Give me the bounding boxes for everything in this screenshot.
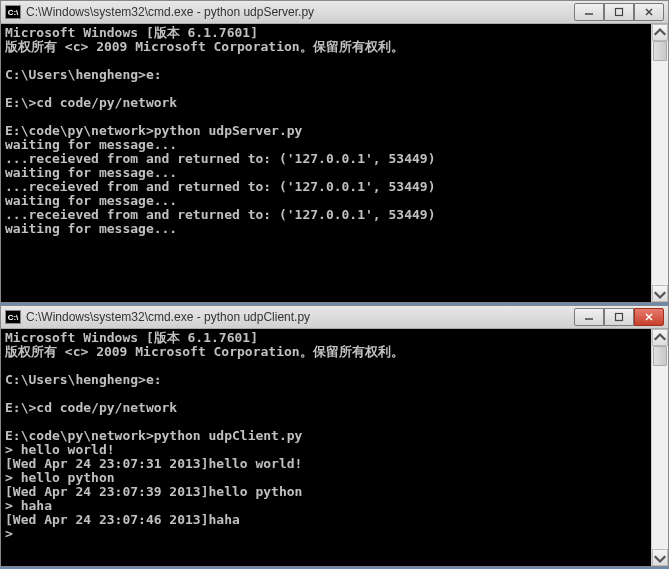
scroll-track[interactable]	[652, 41, 668, 285]
cmd-icon: C:\	[5, 310, 21, 324]
window-controls	[574, 3, 664, 21]
scroll-down-button[interactable]	[652, 549, 668, 566]
titlebar-client[interactable]: C:\ C:\Windows\system32\cmd.exe - python…	[1, 306, 668, 329]
maximize-button[interactable]	[604, 308, 634, 326]
maximize-button[interactable]	[604, 3, 634, 21]
window-controls	[574, 308, 664, 326]
svg-rect-5	[616, 314, 623, 321]
scroll-up-button[interactable]	[652, 329, 668, 346]
svg-rect-1	[616, 9, 623, 16]
scrollbar[interactable]	[651, 329, 668, 566]
minimize-icon	[584, 312, 594, 322]
console-output-server[interactable]: Microsoft Windows [版本 6.1.7601] 版权所有 <c>…	[1, 24, 668, 238]
minimize-button[interactable]	[574, 3, 604, 21]
titlebar-server[interactable]: C:\ C:\Windows\system32\cmd.exe - python…	[1, 1, 668, 24]
chevron-down-icon	[653, 287, 667, 301]
window-title: C:\Windows\system32\cmd.exe - python udp…	[26, 310, 574, 324]
minimize-icon	[584, 7, 594, 17]
scrollbar[interactable]	[651, 24, 668, 302]
close-icon	[644, 312, 654, 322]
scroll-track[interactable]	[652, 346, 668, 549]
scroll-thumb[interactable]	[653, 346, 667, 366]
window-title: C:\Windows\system32\cmd.exe - python udp…	[26, 5, 574, 19]
console-output-client[interactable]: Microsoft Windows [版本 6.1.7601] 版权所有 <c>…	[1, 329, 668, 543]
chevron-up-icon	[653, 26, 667, 40]
client-window: C:\ C:\Windows\system32\cmd.exe - python…	[0, 305, 669, 567]
chevron-down-icon	[653, 551, 667, 565]
close-button[interactable]	[634, 308, 664, 326]
minimize-button[interactable]	[574, 308, 604, 326]
server-window: C:\ C:\Windows\system32\cmd.exe - python…	[0, 0, 669, 303]
chevron-up-icon	[653, 331, 667, 345]
scroll-down-button[interactable]	[652, 285, 668, 302]
maximize-icon	[614, 312, 624, 322]
cmd-icon: C:\	[5, 5, 21, 19]
close-button[interactable]	[634, 3, 664, 21]
scroll-thumb[interactable]	[653, 41, 667, 61]
maximize-icon	[614, 7, 624, 17]
close-icon	[644, 7, 654, 17]
scroll-up-button[interactable]	[652, 24, 668, 41]
